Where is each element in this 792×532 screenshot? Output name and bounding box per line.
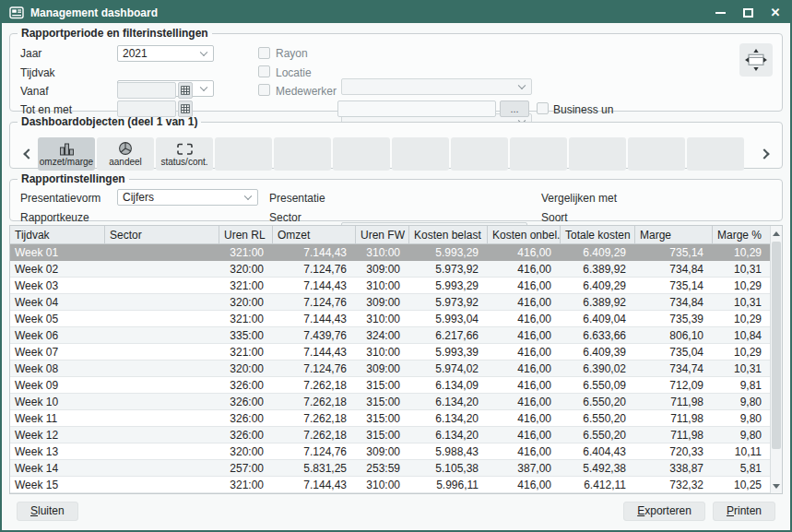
cell-marge-: 9,80 (712, 394, 770, 409)
rayon-select[interactable] (341, 78, 532, 95)
calendar-grid-icon (181, 86, 190, 95)
cell-uren-rl: 320:00 (219, 361, 272, 376)
locatie-checkbox[interactable] (258, 65, 270, 77)
cell-uren-fw: 309:00 (355, 361, 408, 376)
rayon-label: Rayon (276, 45, 308, 62)
exporteren-button[interactable]: Exporteren (623, 502, 705, 521)
tool-status-cont[interactable]: status/cont. (156, 137, 213, 171)
tool-empty-slot[interactable] (510, 137, 567, 171)
jaar-select[interactable]: 2021 (117, 45, 214, 62)
tool-omzet-marge-label: omzet/marge (40, 157, 93, 167)
cell-kosten-belast: 5.996,11 (408, 477, 487, 492)
table-row[interactable]: Week 02320:007.124,76309:005.973,92416,0… (10, 261, 782, 278)
expand-dashboard-button[interactable] (739, 43, 773, 77)
table-row[interactable]: Week 10326:007.262,18315:006.134,20416,0… (10, 394, 782, 410)
cell-tijdvak: Week 04 (10, 294, 104, 310)
printen-button[interactable]: Printen (713, 502, 775, 521)
cell-omzet: 7.144,43 (272, 477, 355, 492)
cell-marge: 712,09 (634, 377, 712, 393)
tool-empty-slot[interactable] (569, 137, 626, 171)
tool-empty-slot[interactable] (392, 137, 449, 171)
cell-omzet: 7.144,43 (272, 344, 355, 360)
table-row[interactable]: Week 03321:007.144,43310:005.993,29416,0… (10, 278, 782, 294)
cell-marge-: 10,31 (712, 361, 770, 376)
tool-aandeel[interactable]: aandeel (97, 137, 154, 171)
cell-totale-kosten: 6.389,92 (560, 294, 634, 310)
cell-kosten-onbel-: 387,00 (487, 460, 560, 476)
tool-empty-slot[interactable] (628, 137, 685, 171)
cell-kosten-onbel-: 416,00 (487, 327, 560, 343)
tool-empty-slot[interactable] (274, 137, 331, 171)
cell-kosten-belast: 5.993,29 (408, 278, 487, 293)
table-row[interactable]: Week 07321:007.144,43310:005.993,39416,0… (10, 344, 782, 361)
presentatievorm-select[interactable]: Cijfers (117, 189, 258, 206)
column-header-omzet[interactable]: Omzet (272, 226, 355, 243)
cell-uren-fw: 324:00 (355, 327, 408, 343)
chevron-left-icon[interactable] (18, 140, 36, 168)
tool-omzet-marge[interactable]: omzet/marge (38, 137, 95, 171)
dashboard-app-icon (9, 6, 24, 19)
column-header-marge[interactable]: Marge (634, 226, 712, 243)
chevron-right-icon[interactable] (756, 140, 774, 168)
scroll-up-icon[interactable] (771, 226, 782, 241)
table-row[interactable]: Week 11326:007.262,18315:006.134,20416,0… (10, 410, 782, 427)
column-header-sector[interactable]: Sector (104, 226, 219, 243)
table-row[interactable]: Week 04320:007.124,76309:005.973,92416,0… (10, 294, 782, 311)
close-icon[interactable]: ✕ (768, 6, 783, 20)
table-row[interactable]: Week 08320:007.124,76309:005.974,02416,0… (10, 361, 782, 377)
tool-empty-slot[interactable] (687, 137, 744, 171)
column-header-uren-rl[interactable]: Uren RL (219, 226, 272, 243)
table-row[interactable]: Week 12326:007.262,18315:006.134,20416,0… (10, 427, 782, 443)
tool-empty-slot[interactable] (333, 137, 390, 171)
sector-label: Sector (269, 209, 301, 226)
cell-sector (104, 311, 219, 326)
column-header-totale-kosten[interactable]: Totale kosten (560, 226, 634, 243)
cell-marge: 711,98 (634, 427, 712, 443)
cell-tijdvak: Week 01 (10, 244, 104, 260)
column-header-marge-[interactable]: Marge % (712, 226, 770, 243)
cell-totale-kosten: 6.409,39 (560, 344, 634, 360)
cell-omzet: 7.124,76 (272, 261, 355, 277)
cell-uren-rl: 320:00 (219, 261, 272, 277)
column-header-tijdvak[interactable]: Tijdvak (10, 226, 104, 243)
table-row[interactable]: Week 06335:007.439,76324:006.217,66416,0… (10, 327, 782, 344)
scroll-down-icon[interactable] (771, 479, 782, 493)
sluiten-button[interactable]: Sluiten (17, 502, 78, 521)
tool-empty-slot[interactable] (451, 137, 508, 171)
cell-kosten-belast: 6.134,09 (408, 377, 487, 393)
cell-marge: 734,74 (634, 361, 712, 376)
vanaf-label: Vanaf (20, 83, 48, 100)
column-header-kosten-onbel-[interactable]: Kosten onbel. (487, 226, 560, 243)
cell-marge: 732,32 (634, 477, 712, 492)
tool-empty-slot[interactable] (215, 137, 272, 171)
maximize-icon[interactable] (740, 6, 755, 20)
cell-marge: 735,14 (634, 278, 712, 293)
medewerker-checkbox[interactable] (258, 84, 270, 96)
table-row[interactable]: Week 09326:007.262,18315:006.134,09416,0… (10, 377, 782, 394)
cell-omzet: 7.124,76 (272, 294, 355, 310)
cell-kosten-onbel-: 416,00 (487, 477, 560, 492)
vanaf-calendar-button[interactable] (178, 82, 193, 99)
table-row[interactable]: Week 13320:007.124,76309:005.988,43416,0… (10, 443, 782, 460)
table-row[interactable]: Week 05321:007.144,43310:005.993,04416,0… (10, 311, 782, 327)
scrollbar-thumb[interactable] (772, 242, 781, 449)
cell-sector (104, 261, 219, 277)
column-header-kosten-belast[interactable]: Kosten belast (408, 226, 487, 243)
table-row[interactable]: Week 14257:005.831,25253:595.105,38387,0… (10, 460, 782, 477)
minimize-icon[interactable] (713, 6, 727, 20)
column-header-uren-fw[interactable]: Uren FW (355, 226, 408, 243)
table-row[interactable]: Week 15321:007.144,43310:005.996,11416,0… (10, 477, 782, 493)
cell-sector (104, 394, 219, 409)
cell-marge: 711,98 (634, 394, 712, 409)
vertical-scrollbar[interactable] (770, 226, 782, 493)
cell-totale-kosten: 6.550,20 (560, 410, 634, 426)
cell-kosten-belast: 5.105,38 (408, 460, 487, 476)
cell-kosten-onbel-: 416,00 (487, 311, 560, 326)
business-unit-checkbox[interactable] (537, 102, 549, 114)
cell-sector (104, 244, 219, 260)
table-row[interactable]: Week 01321:007.144,43310:005.993,29416,0… (10, 244, 782, 261)
cell-marge: 735,04 (634, 344, 712, 360)
vanaf-input[interactable] (117, 82, 176, 99)
cell-kosten-belast: 5.993,04 (408, 311, 487, 326)
rayon-checkbox[interactable] (258, 47, 270, 59)
